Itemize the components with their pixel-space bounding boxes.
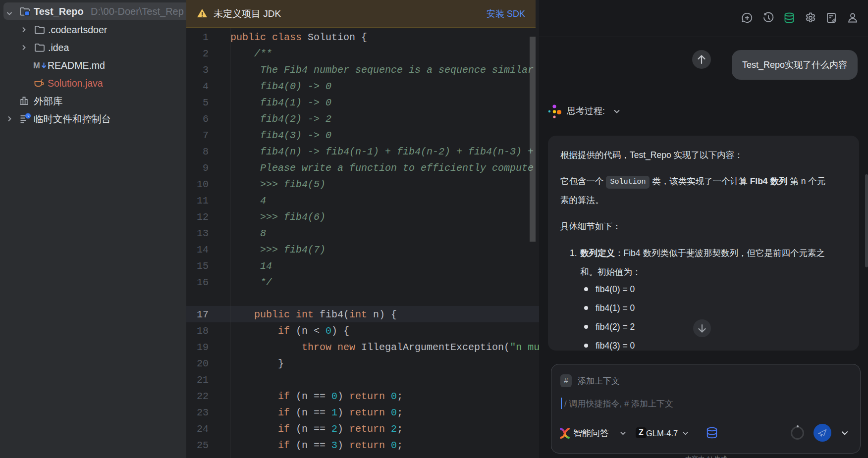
svg-text:M: M	[33, 61, 40, 70]
